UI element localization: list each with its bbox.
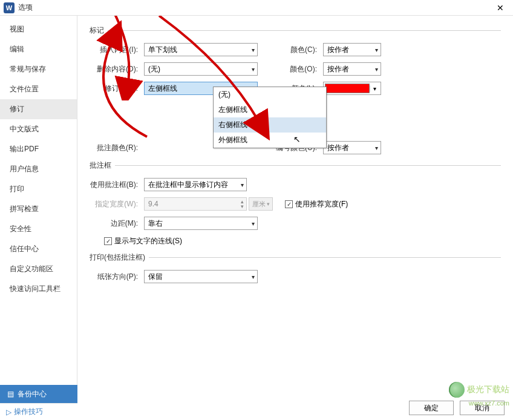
- label-recommended: 使用推荐宽度(F): [295, 199, 348, 209]
- section-balloon-title: 批注框: [90, 160, 501, 171]
- backup-icon: ▤: [7, 390, 14, 398]
- play-icon: ▷: [6, 408, 11, 416]
- ok-button[interactable]: 确定: [409, 401, 454, 415]
- select-color-c[interactable]: 按作者: [323, 43, 381, 56]
- spinner-icon: ▴▾: [241, 199, 244, 209]
- sidebar-item-view[interactable]: 视图: [0, 19, 77, 39]
- select-insert[interactable]: 单下划线: [144, 43, 258, 56]
- app-icon: W: [4, 2, 15, 13]
- select-color-l[interactable]: ▾: [323, 82, 381, 95]
- sidebar-item-edit[interactable]: 编辑: [0, 39, 77, 59]
- label-use-balloon: 使用批注框(B):: [90, 180, 142, 190]
- window-title: 选项: [18, 2, 491, 13]
- section-mark-title: 标记: [90, 25, 501, 36]
- dialog-footer: 确定 取消: [409, 401, 505, 415]
- titlebar: W 选项 ✕: [0, 0, 513, 16]
- dropdown-item-left[interactable]: 左侧框线: [214, 102, 326, 117]
- sidebar-item-filelocation[interactable]: 文件位置: [0, 79, 77, 99]
- label-orient: 纸张方向(P):: [90, 272, 142, 282]
- chevron-down-icon: ▾: [370, 85, 379, 92]
- select-color-o[interactable]: 按作者: [323, 62, 381, 76]
- checkbox-showline[interactable]: ✓: [104, 237, 112, 245]
- tips-button[interactable]: ▷ 操作技巧: [0, 403, 77, 420]
- dropdown-item-none[interactable]: (无): [214, 87, 326, 102]
- sidebar-item-trust[interactable]: 信任中心: [0, 239, 77, 259]
- sidebar: 视图 编辑 常规与保存 文件位置 修订 中文版式 输出PDF 用户信息 打印 拼…: [0, 16, 77, 403]
- select-use-balloon[interactable]: 在批注框中显示修订内容: [144, 178, 247, 191]
- sidebar-item-userinfo[interactable]: 用户信息: [0, 159, 77, 179]
- select-delete[interactable]: (无): [144, 62, 258, 76]
- sidebar-item-pdf[interactable]: 输出PDF: [0, 139, 77, 159]
- sidebar-item-security[interactable]: 安全性: [0, 219, 77, 239]
- label-revised: 修订行(A):: [90, 84, 142, 94]
- section-print-title: 打印(包括批注框): [90, 252, 501, 263]
- label-delete: 删除内容(D):: [90, 64, 142, 74]
- label-insert: 插入内容(I):: [90, 45, 142, 55]
- select-unit: 厘米: [249, 197, 273, 211]
- content-panel: 标记 插入内容(I): 单下划线 颜色(C): 按作者 删除内容(D): (无)…: [77, 16, 513, 403]
- dropdown-item-outside[interactable]: 外侧框线: [214, 133, 326, 148]
- label-width: 指定宽度(W):: [90, 199, 142, 209]
- label-comment-color: 批注颜色(R):: [90, 143, 142, 153]
- sidebar-item-general[interactable]: 常规与保存: [0, 59, 77, 79]
- sidebar-item-revision[interactable]: 修订: [0, 99, 77, 119]
- sidebar-item-print[interactable]: 打印: [0, 179, 77, 199]
- sidebar-item-spellcheck[interactable]: 拼写检查: [0, 199, 77, 219]
- color-swatch-red: [325, 84, 370, 93]
- select-margin[interactable]: 靠右: [144, 217, 258, 230]
- close-button[interactable]: ✕: [491, 2, 509, 14]
- dropdown-revised-lines: (无) 左侧框线 右侧框线 外侧框线: [213, 87, 327, 148]
- label-color-c: 颜色(C):: [275, 45, 321, 55]
- sidebar-item-ribbon[interactable]: 自定义功能区: [0, 259, 77, 279]
- cancel-button[interactable]: 取消: [460, 401, 505, 415]
- select-number-color[interactable]: 按作者: [323, 141, 381, 154]
- checkbox-recommended[interactable]: ✓: [285, 200, 293, 208]
- input-width: 9.4 ▴▾: [144, 197, 247, 211]
- label-color-o: 颜色(O):: [275, 64, 321, 74]
- label-showline: 显示与文字的连线(S): [114, 236, 182, 246]
- sidebar-item-qat[interactable]: 快速访问工具栏: [0, 279, 77, 299]
- backup-center-button[interactable]: ▤ 备份中心: [0, 385, 77, 403]
- sidebar-item-chinese[interactable]: 中文版式: [0, 119, 77, 139]
- select-orient[interactable]: 保留: [144, 270, 258, 283]
- dropdown-item-right[interactable]: 右侧框线: [214, 117, 326, 133]
- label-margin: 边距(M):: [90, 218, 142, 229]
